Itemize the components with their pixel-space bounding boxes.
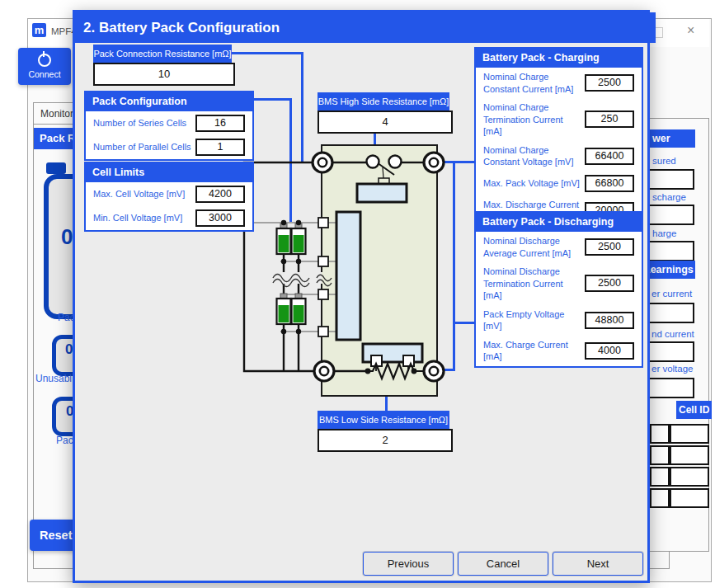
max-charge-current-label: Max. Charge Current [mA] <box>483 339 585 363</box>
series-cells-field[interactable]: 16 <box>195 115 245 132</box>
terminal-icon <box>424 361 444 381</box>
battery-pack-schematic <box>233 136 473 404</box>
battery-gauge-value: 0 <box>61 224 73 250</box>
discharge-label: scharge <box>652 192 686 202</box>
cell-id-field[interactable] <box>670 445 709 465</box>
cell-id-field[interactable] <box>670 467 709 487</box>
pack-connection-resistance-field[interactable]: 10 <box>93 63 235 86</box>
connect-button[interactable]: Connect <box>18 48 71 85</box>
max-cell-voltage-field[interactable]: 4200 <box>195 186 245 203</box>
connect-label: Connect <box>28 69 60 79</box>
field-row: Nominal Discharge Average Current [mA] 2… <box>476 232 642 262</box>
field-row: Min. Cell Voltage [mV] 3000 <box>86 206 252 230</box>
charging-header: Battery Pack - Charging <box>476 49 642 68</box>
terminal-icon <box>424 153 444 172</box>
nominal-charge-termination-current-field[interactable]: 250 <box>585 111 634 128</box>
nominal-charge-constant-current-label: Nominal Charge Constant Current [mA] <box>483 71 585 95</box>
pack-gauge-label: Pac <box>56 435 73 446</box>
afe-ic <box>336 212 360 340</box>
shunt-pad <box>403 355 414 366</box>
battery-cell-icon <box>292 223 306 254</box>
cell-id-field[interactable] <box>670 488 709 508</box>
field-row: Number of Series Cells 16 <box>86 111 252 135</box>
battery-pack-charging-section: Battery Pack - Charging Nominal Charge C… <box>474 47 643 228</box>
pack-configuration-header: Pack Configuration <box>86 92 252 111</box>
field-row: Max. Charge Current [mA] 4000 <box>476 336 642 366</box>
field-row: Nominal Charge Termination Current [mA] … <box>476 98 642 141</box>
learn-end-current-label: nd current <box>651 329 694 339</box>
battery-cell-icon <box>277 223 291 254</box>
field-row: Pack Empty Voltage [mV] 48800 <box>476 305 642 336</box>
field-row: Nominal Discharge Termination Current [m… <box>476 262 642 305</box>
battery-cell-icon <box>277 294 291 324</box>
cell-id-field[interactable] <box>670 424 709 444</box>
power-icon <box>38 54 51 67</box>
nominal-charge-constant-voltage-label: Nominal Charge Constant Voltage [mV] <box>483 144 585 168</box>
cell-id-header: Cell ID <box>676 401 712 419</box>
max-pack-voltage-label: Max. Pack Voltage [mV] <box>483 177 585 190</box>
unusable-gauge-label: Unusabl <box>35 373 72 384</box>
bms-low-side-resistance-label: BMS Low Side Resistance [mΩ] <box>318 411 449 429</box>
field-row: Max. Cell Voltage [mV] 4200 <box>86 182 252 206</box>
cancel-button[interactable]: Cancel <box>458 552 548 576</box>
min-cell-voltage-field[interactable]: 3000 <box>195 209 245 227</box>
nominal-discharge-average-current-field[interactable]: 2500 <box>585 238 634 256</box>
close-icon[interactable]: × <box>687 24 694 37</box>
battery-pack-discharging-section: Battery Pack - Discharging Nominal Disch… <box>474 211 643 368</box>
nominal-charge-constant-voltage-field[interactable]: 66400 <box>585 148 634 165</box>
field-row: Number of Parallel Cells 1 <box>86 135 252 159</box>
max-charge-current-field[interactable]: 4000 <box>585 342 634 360</box>
cell-row-index[interactable] <box>650 445 670 465</box>
max-cell-voltage-label: Max. Cell Voltage [mV] <box>93 188 195 200</box>
bms-high-side-resistance-label: BMS High Side Resistance [mΩ] <box>318 92 449 111</box>
max-pack-voltage-field[interactable]: 66800 <box>585 175 634 192</box>
battery-gauge-cap <box>46 162 66 174</box>
connector-line <box>252 98 292 101</box>
cell-row-index[interactable] <box>650 424 670 444</box>
cell-row-index[interactable] <box>650 467 670 487</box>
dialog-title: 2. Battery Pack Configuration <box>75 12 656 43</box>
measured-label: sured <box>652 156 676 166</box>
fet-block <box>357 184 407 202</box>
pack-empty-voltage-field[interactable]: 48800 <box>585 312 634 329</box>
cell-limits-header: Cell Limits <box>86 163 252 182</box>
min-cell-voltage-label: Min. Cell Voltage [mV] <box>93 212 195 224</box>
terminal-icon <box>313 153 332 172</box>
bms-high-side-resistance-field[interactable]: 4 <box>318 111 453 134</box>
field-row: Nominal Charge Constant Current [mA] 250… <box>476 68 642 98</box>
mps-logo-icon: m <box>32 23 46 37</box>
learn-current-label: er current <box>651 289 692 299</box>
series-cells-label: Number of Series Cells <box>93 117 195 129</box>
charge-label: harge <box>652 228 676 238</box>
nominal-discharge-average-current-label: Nominal Discharge Average Current [mA] <box>483 235 585 259</box>
terminal-icon <box>314 361 334 381</box>
bms-low-side-resistance-field[interactable]: 2 <box>318 429 453 452</box>
battery-cell-icon <box>292 294 306 324</box>
field-row: Max. Pack Voltage [mV] 66800 <box>476 172 642 195</box>
discharging-header: Battery Pack - Discharging <box>476 213 642 232</box>
cell-limits-section: Cell Limits Max. Cell Voltage [mV] 4200 … <box>84 162 254 232</box>
pack-empty-voltage-label: Pack Empty Voltage [mV] <box>483 308 585 332</box>
cell-row-index[interactable] <box>650 488 670 508</box>
nominal-discharge-termination-current-field[interactable]: 2500 <box>585 275 634 292</box>
parallel-cells-field[interactable]: 1 <box>195 139 245 156</box>
nominal-charge-constant-current-field[interactable]: 2500 <box>585 74 634 92</box>
learn-voltage-label: er voltage <box>651 364 694 374</box>
parallel-cells-label: Number of Parallel Cells <box>93 141 195 153</box>
next-button[interactable]: Next <box>553 552 643 576</box>
pack-configuration-section: Pack Configuration Number of Series Cell… <box>84 91 254 161</box>
field-row: Nominal Charge Constant Voltage [mV] 664… <box>476 141 642 172</box>
connector-line <box>232 52 303 54</box>
pack-section-header: Pack Re <box>34 128 78 149</box>
previous-button[interactable]: Previous <box>363 552 454 576</box>
pack-connection-resistance-label: Pack Connection Resistance [mΩ] <box>93 45 232 63</box>
screen: m MPF4279 × Connect Monitoring Pack Re 0… <box>0 0 715 588</box>
nominal-charge-termination-current-label: Nominal Charge Termination Current [mA] <box>483 101 585 138</box>
nominal-discharge-termination-current-label: Nominal Discharge Termination Current [m… <box>483 266 585 302</box>
